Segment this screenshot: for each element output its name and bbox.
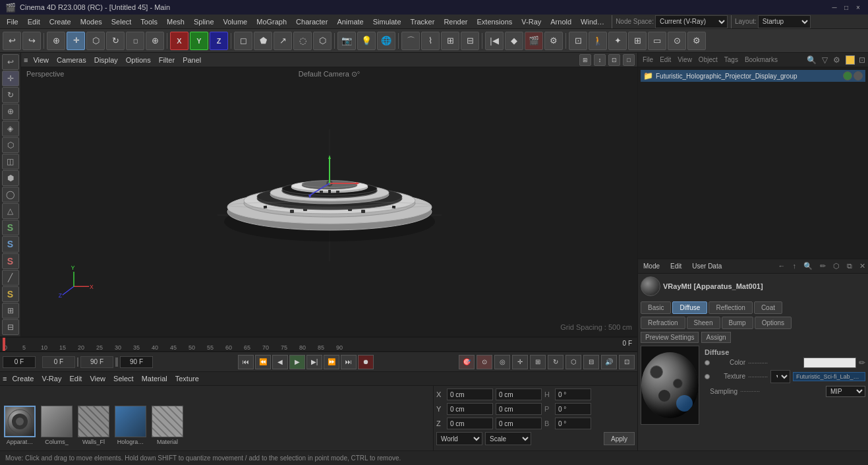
coord-world-select[interactable]: World (436, 432, 482, 445)
menu-modes[interactable]: Modes (76, 16, 106, 27)
add-obj-button[interactable]: ⊕ (146, 32, 164, 50)
go-to-start-btn[interactable]: ⏮ (238, 355, 254, 369)
extra-btn-2[interactable]: ⚙ (687, 32, 706, 50)
select-tool-button[interactable]: ⊕ (47, 32, 65, 50)
mat-create-menu[interactable]: Create (9, 375, 36, 383)
vray-icon-8[interactable]: ⊟ (583, 355, 599, 369)
vp-cam-ctrl-btn[interactable]: ↕ (594, 54, 606, 66)
assign-btn[interactable]: Assign (701, 332, 730, 343)
3d-viewport[interactable]: Perspective Default Camera ⊙° (21, 67, 637, 336)
nodespace-select[interactable]: Current (V-Ray) (655, 15, 728, 28)
mat-edit-menu[interactable]: Edit (67, 375, 84, 383)
color-edit-icon[interactable]: ✏ (859, 358, 865, 367)
material-thumb-4[interactable]: Material (150, 406, 185, 445)
layout-select[interactable]: Startup (758, 15, 811, 28)
vray-icon-9[interactable]: 🔊 (601, 355, 617, 369)
vray-icon-5[interactable]: ⊞ (530, 355, 546, 369)
tab-bump[interactable]: Bump (722, 317, 753, 329)
vp-display-menu[interactable]: Display (92, 56, 121, 64)
coord-x-pos[interactable] (447, 388, 493, 400)
texture-type-select[interactable]: ▼ (770, 370, 790, 383)
view-tool-2[interactable]: ◆ (505, 32, 523, 50)
material-thumb-2[interactable]: Walls_Fl (76, 406, 111, 445)
attr-grid-icon[interactable]: ⧉ (847, 262, 852, 270)
go-to-end-btn[interactable]: ⏭ (341, 355, 357, 369)
vray-icon-10[interactable]: ⊡ (619, 355, 635, 369)
walk-tool[interactable]: 🚶 (589, 32, 607, 50)
sidebar-extra-btn[interactable]: ⊞ (2, 303, 19, 319)
minimize-button[interactable]: ─ (830, 3, 839, 12)
sidebar-s2-btn[interactable]: S (2, 236, 19, 252)
sidebar-uv-btn[interactable]: ◯ (2, 187, 19, 202)
light-button[interactable]: 💡 (357, 32, 376, 50)
prev-key-btn[interactable]: ⏪ (255, 355, 271, 369)
vp-maximize-btn[interactable]: ⊞ (579, 54, 591, 66)
tab-options[interactable]: Options (755, 317, 792, 329)
vray-icon-4[interactable]: ✛ (512, 355, 528, 369)
coord-z-rot[interactable] (496, 418, 542, 429)
next-key-btn[interactable]: ⏩ (324, 355, 339, 369)
coord-z-pos[interactable] (447, 418, 493, 429)
sidebar-rotate-btn[interactable]: ↻ (2, 87, 19, 103)
obj-color-btn[interactable] (846, 55, 855, 65)
coord-p-val[interactable] (555, 403, 591, 415)
menu-render[interactable]: Render (440, 16, 471, 27)
attr-back-btn[interactable]: ← (778, 262, 786, 270)
prev-frame-btn[interactable]: ◀ (272, 355, 288, 369)
vray-icon-7[interactable]: ⬡ (565, 355, 581, 369)
mat-vray-menu[interactable]: V-Ray (39, 375, 64, 383)
menu-edit[interactable]: Edit (24, 16, 44, 27)
boolean-button[interactable]: ⊟ (461, 32, 479, 50)
menu-volume[interactable]: Volume (219, 16, 252, 27)
sidebar-move-btn[interactable]: ✛ (2, 71, 19, 86)
material-thumb-1[interactable]: Colums_ (40, 406, 74, 445)
obj-settings-icon[interactable]: ⚙ (833, 55, 840, 65)
material-thumb-3[interactable]: Hologra… (113, 406, 148, 445)
menu-mograph[interactable]: MoGraph (252, 16, 291, 27)
obj-bookmarks-menu[interactable]: Bookmarks (743, 56, 780, 63)
sidebar-line-btn[interactable]: ╱ (2, 270, 19, 286)
mat-menu-icon[interactable]: ≡ (3, 375, 7, 383)
sidebar-floor-btn[interactable]: S (2, 286, 19, 302)
sampling-select[interactable]: MIP (826, 386, 865, 397)
vp-fullscreen-btn[interactable]: □ (623, 54, 635, 66)
mat-texture-menu[interactable]: Texture (173, 375, 202, 383)
transform-tool-button[interactable]: ◻ (126, 32, 144, 50)
sidebar-poly-btn[interactable]: ⬡ (2, 137, 19, 153)
sidebar-extra-btn2[interactable]: ⊟ (2, 319, 19, 335)
array-button[interactable]: ⊞ (441, 32, 459, 50)
attr-mode-menu[interactable]: Mode (641, 263, 662, 270)
tab-diffuse[interactable]: Diffuse (672, 301, 707, 314)
snap-button[interactable]: ⊡ (569, 32, 587, 50)
menu-select[interactable]: Select (107, 16, 136, 27)
sidebar-point-btn[interactable]: ⬢ (2, 170, 19, 186)
grid-button[interactable]: ⊞ (628, 32, 647, 50)
apply-button[interactable]: Apply (604, 432, 635, 445)
max-frame-input[interactable] (120, 356, 153, 368)
deform-button[interactable]: ◌ (293, 32, 312, 50)
extra-btn-1[interactable]: ⊙ (668, 32, 686, 50)
mat-view-menu[interactable]: View (87, 375, 108, 383)
vray-icon-2[interactable]: ⊙ (477, 355, 492, 369)
play-btn[interactable]: ▶ (289, 355, 305, 369)
scale-tool-button[interactable]: ⬡ (86, 32, 105, 50)
floor-button[interactable]: ▭ (648, 32, 666, 50)
vp-menu-icon[interactable]: ≡ (24, 56, 28, 64)
scene-button[interactable]: 🌐 (377, 32, 395, 50)
xref-button[interactable]: ✦ (608, 32, 627, 50)
menu-arnold[interactable]: Arnold (546, 16, 575, 27)
obj-view-menu[interactable]: View (676, 56, 694, 63)
bend-button[interactable]: ⌒ (401, 32, 420, 50)
obj-extra-icon[interactable]: ⊡ (859, 55, 865, 65)
mat-select-menu[interactable]: Select (111, 375, 136, 383)
render-settings-button[interactable]: ⚙ (544, 32, 563, 50)
close-button[interactable]: × (854, 3, 863, 12)
poly-button[interactable]: ⬟ (254, 32, 272, 50)
rotate-tool-button[interactable]: ↻ (106, 32, 125, 50)
menu-tools[interactable]: Tools (136, 16, 161, 27)
current-frame-input[interactable] (3, 356, 36, 368)
twist-button[interactable]: ⌇ (421, 32, 440, 50)
obj-filter-icon[interactable]: ▽ (822, 55, 828, 65)
vp-panel-menu[interactable]: Panel (180, 56, 204, 64)
menu-simulate[interactable]: Simulate (369, 16, 405, 27)
